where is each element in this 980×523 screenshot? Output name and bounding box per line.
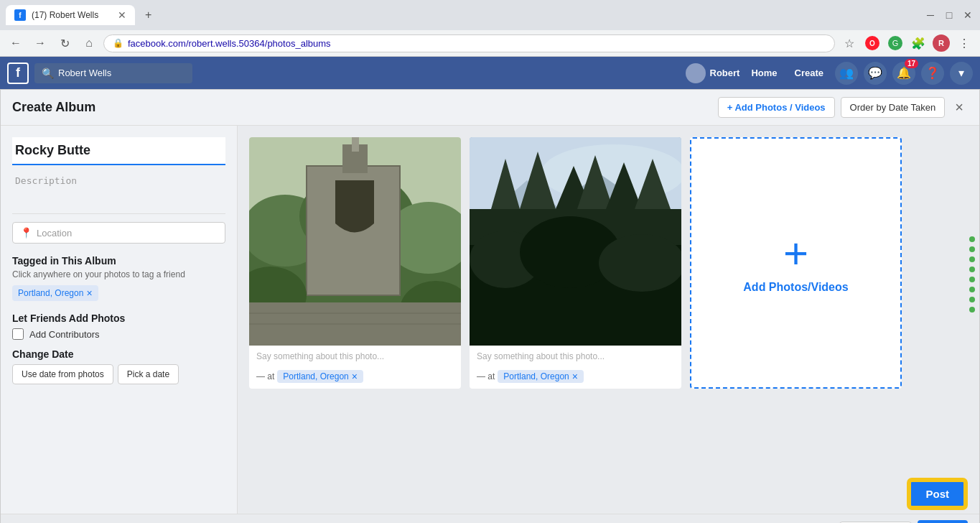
facebook-navbar: f 🔍 Robert Home Create 👥 💬 🔔 17 ❓ (0, 57, 980, 89)
scroll-dot-6 (969, 287, 975, 292)
pick-a-date-button[interactable]: Pick a date (118, 364, 179, 384)
photo-2-caption-input[interactable] (477, 351, 674, 361)
location-pin-icon: 📍 (20, 227, 32, 239)
facebook-search-bar[interactable]: 🔍 (34, 63, 192, 83)
order-by-date-button[interactable]: Order by Date Taken (841, 97, 946, 118)
toolbar-icons: ☆ O G 🧩 R ⋮ (839, 33, 974, 53)
photo-1-location-remove[interactable]: × (352, 371, 358, 381)
fb-friends-icon[interactable]: 👥 (835, 62, 858, 85)
tagged-section-sub: Click anywhere on your photos to tag a f… (12, 269, 225, 279)
photo-2-image (470, 137, 681, 346)
opera-extension-icon[interactable]: O (862, 33, 882, 53)
fb-notifications-icon[interactable]: 🔔 17 (892, 62, 915, 85)
puzzle-icon[interactable]: 🧩 (908, 33, 928, 53)
svg-point-29 (599, 234, 681, 292)
photo-1-location-tag[interactable]: Portland, Oregon × (277, 370, 363, 383)
change-date-section: Change Date Use date from photos Pick a … (12, 348, 225, 384)
add-contributors-checkbox[interactable] (12, 328, 24, 340)
album-description-input[interactable] (12, 171, 225, 214)
photo-1-location-text: Portland, Oregon (283, 371, 348, 381)
facebook-favicon: f (14, 9, 26, 21)
tab-close-icon[interactable]: ✕ (118, 9, 126, 21)
fb-search-input[interactable] (58, 68, 185, 78)
green-extension-icon[interactable]: G (885, 33, 905, 53)
fb-home-link[interactable]: Home (745, 65, 783, 81)
photo-1-location: — at Portland, Oregon × (249, 367, 461, 389)
maximize-button[interactable]: □ (943, 9, 956, 22)
photo-2-location: — at Portland, Oregon × (470, 367, 681, 389)
friends-add-section: Let Friends Add Photos Add Contributors (12, 313, 225, 340)
fb-messenger-icon[interactable]: 💬 (864, 62, 887, 85)
photo-1-caption[interactable] (249, 346, 461, 367)
album-photos-grid: — at Portland, Oregon × (238, 126, 979, 514)
fb-username: Robert (710, 68, 740, 78)
refresh-button[interactable]: ↻ (55, 33, 75, 53)
url-text: facebook.com/robert.wells.50364/photos_a… (128, 38, 826, 49)
close-button[interactable]: ✕ (961, 9, 974, 22)
photo-1-image (249, 137, 461, 346)
tab-title: (17) Robert Wells (32, 10, 112, 20)
photo-2-location-tag[interactable]: Portland, Oregon × (498, 370, 584, 383)
date-buttons: Use date from photos Pick a date (12, 364, 225, 384)
user-avatar-icon[interactable]: R (931, 33, 951, 53)
add-contributors-label: Add Contributors (29, 329, 100, 340)
post-button-highlighted[interactable]: Post (909, 480, 966, 508)
close-dialog-button[interactable]: × (951, 98, 968, 117)
forward-button[interactable]: → (30, 33, 50, 53)
change-date-label: Change Date (12, 348, 225, 360)
scroll-dot-1 (969, 236, 975, 242)
browser-titlebar: f (17) Robert Wells ✕ + ─ □ ✕ (0, 0, 980, 30)
home-button[interactable]: ⌂ (79, 33, 99, 53)
window-controls: ─ □ ✕ (924, 9, 974, 22)
album-sidebar: 📍 Tagged in This Album Click anywhere on… (1, 126, 238, 514)
photo-1-caption-input[interactable] (256, 351, 454, 361)
svg-rect-8 (352, 137, 359, 152)
add-photos-button[interactable]: + Add Photos / Videos (718, 97, 835, 118)
tag-remove-icon[interactable]: × (86, 287, 92, 299)
album-header: Create Album + Add Photos / Videos Order… (1, 90, 979, 126)
scroll-dot-7 (969, 297, 975, 302)
fb-settings-icon[interactable]: ▾ (950, 62, 973, 85)
facebook-logo: f (7, 63, 29, 84)
menu-icon[interactable]: ⋮ (954, 33, 974, 53)
photo-2-location-remove[interactable]: × (572, 371, 578, 381)
new-tab-button[interactable]: + (138, 4, 159, 26)
album-footer: 👥 Friends ▾ Post (1, 514, 979, 523)
notification-badge: 17 (905, 59, 918, 68)
add-photos-box[interactable]: + Add Photos/Videos (690, 137, 902, 389)
scroll-dot-4 (969, 267, 975, 272)
back-button[interactable]: ← (6, 33, 26, 53)
friends-add-label: Let Friends Add Photos (12, 313, 225, 324)
portland-tag-chip[interactable]: Portland, Oregon × (12, 285, 98, 301)
album-header-actions: + Add Photos / Videos Order by Date Take… (718, 97, 968, 118)
fb-create-link[interactable]: Create (789, 65, 829, 81)
address-bar[interactable]: 🔒 facebook.com/robert.wells.50364/photos… (103, 34, 835, 52)
scroll-dot-5 (969, 277, 975, 282)
photo-item-1: — at Portland, Oregon × (249, 137, 461, 389)
album-body: 📍 Tagged in This Album Click anywhere on… (1, 126, 979, 514)
album-name-input[interactable] (12, 137, 225, 165)
use-date-from-photos-button[interactable]: Use date from photos (12, 364, 113, 384)
create-album-dialog: Create Album + Add Photos / Videos Order… (0, 89, 980, 523)
fb-nav-user[interactable]: Robert (686, 63, 740, 83)
add-contributors-row: Add Contributors (12, 328, 225, 340)
tagged-section-title: Tagged in This Album (12, 255, 225, 267)
post-button[interactable]: Post (918, 520, 968, 523)
browser-tab[interactable]: f (17) Robert Wells ✕ (6, 5, 135, 25)
location-input[interactable] (37, 228, 218, 239)
fb-help-icon[interactable]: ❓ (921, 62, 944, 85)
photo-2-location-text: Portland, Oregon (503, 371, 569, 381)
photo-1-at-label: — at (256, 371, 274, 381)
photo-2-caption[interactable] (470, 346, 681, 367)
fb-nav-right: Robert Home Create 👥 💬 🔔 17 ❓ ▾ (686, 62, 973, 85)
minimize-button[interactable]: ─ (924, 9, 937, 22)
fb-user-avatar (686, 63, 706, 83)
opera-logo: O (865, 36, 879, 50)
page-content: Create Album + Add Photos / Videos Order… (0, 89, 980, 523)
photo-2-at-label: — at (477, 371, 495, 381)
post-button-highlight-container: Post (909, 480, 966, 508)
add-photos-plus-icon: + (783, 232, 808, 275)
bookmark-icon[interactable]: ☆ (839, 33, 859, 53)
scroll-dot-8 (969, 307, 975, 313)
fb-search-icon: 🔍 (42, 68, 54, 79)
